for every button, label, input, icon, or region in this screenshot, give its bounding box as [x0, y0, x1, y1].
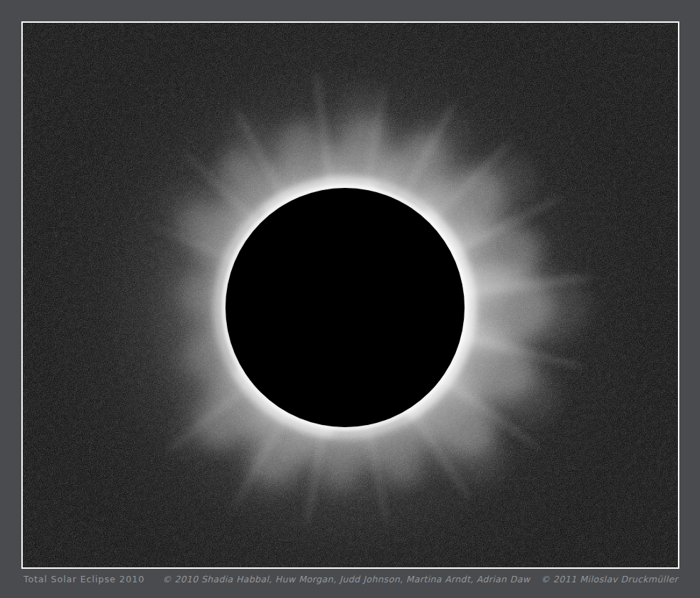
caption-bar: Total Solar Eclipse 2010 © 2010 Shadia H… — [23, 574, 678, 584]
photo-credits: © 2010 Shadia Habbal, Huw Morgan, Judd J… — [162, 574, 678, 584]
credit-processing: © 2011 Miloslav Druckmüller — [541, 574, 678, 584]
page: Total Solar Eclipse 2010 © 2010 Shadia H… — [0, 0, 700, 598]
credit-photographers: © 2010 Shadia Habbal, Huw Morgan, Judd J… — [162, 574, 530, 584]
moon-disk — [226, 188, 465, 427]
eclipse-photo-frame — [21, 21, 679, 569]
photo-title: Total Solar Eclipse 2010 — [23, 574, 144, 584]
eclipse-photo — [23, 23, 678, 567]
